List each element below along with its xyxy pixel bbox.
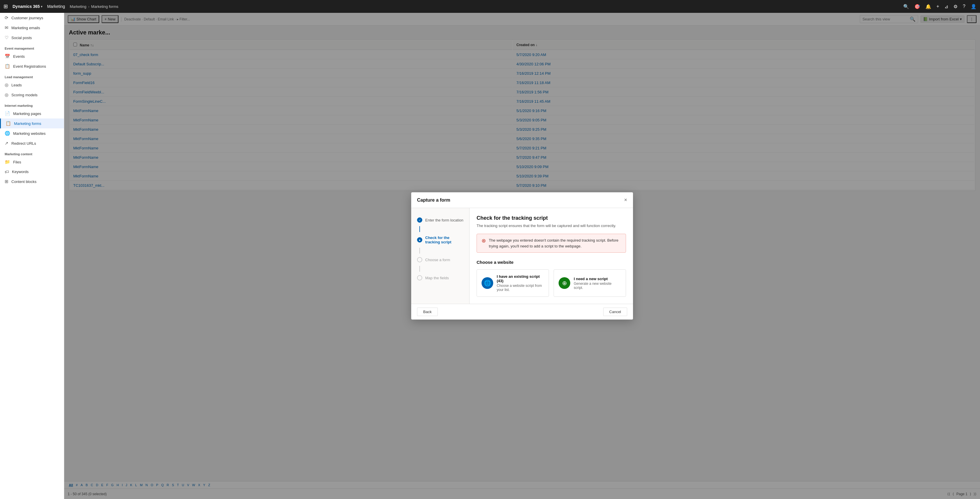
step-enter-location: ✓ Enter the form location: [411, 214, 469, 226]
filter-icon[interactable]: ⊿: [944, 4, 948, 10]
back-button[interactable]: Back: [417, 308, 438, 316]
step-connector-3: [419, 266, 420, 272]
nav-icons: 🔍 🎯 🔔 + ⊿ ⚙ ? 👤: [903, 4, 977, 10]
search-icon[interactable]: 🔍: [903, 4, 909, 10]
option-new-desc: Generate a new website script.: [574, 281, 621, 290]
user-icon[interactable]: 👤: [970, 4, 977, 10]
step-circle-1: ✓: [417, 218, 422, 222]
sidebar-item-marketing-emails[interactable]: ✉ Marketing emails: [0, 23, 64, 33]
modal-content-area: Check for the tracking script The tracki…: [469, 208, 633, 304]
sidebar-item-content-blocks[interactable]: ⊞ Content blocks: [0, 176, 64, 186]
section-header-event: Event management: [0, 43, 64, 51]
step-circle-2: ●: [417, 237, 422, 243]
app-brand[interactable]: Dynamics 365 ▾: [13, 4, 42, 9]
error-box: ⊗ The webpage you entered doesn't contai…: [477, 234, 626, 253]
forms-icon: 📋: [6, 121, 11, 126]
step-check-tracking: ● Check for the tracking script: [411, 232, 469, 248]
option-new-script[interactable]: ⊕ I need a new script Generate a new web…: [554, 269, 626, 297]
modal-close-button[interactable]: ×: [624, 197, 627, 203]
modal-body: ✓ Enter the form location ● Check for th…: [411, 208, 633, 304]
events-icon: 📅: [5, 54, 10, 59]
modal-footer: Back Cancel: [411, 304, 633, 319]
sidebar-item-scoring-models[interactable]: ◎ Scoring models: [0, 90, 64, 100]
step-circle-4: [417, 275, 422, 280]
redirect-icon: ↗: [5, 141, 8, 146]
sidebar: ⟳ Customer journeys ✉ Marketing emails ♡…: [0, 13, 64, 499]
sidebar-item-files[interactable]: 📁 Files: [0, 157, 64, 167]
breadcrumb: Marketing › Marketing forms: [70, 5, 118, 9]
add-icon[interactable]: +: [937, 4, 939, 9]
section-header-internet: Internet marketing: [0, 100, 64, 108]
existing-script-icon: 🌐: [482, 277, 493, 289]
modal-content-heading: Check for the tracking script: [477, 215, 626, 221]
error-icon: ⊗: [482, 238, 486, 244]
sidebar-item-marketing-forms[interactable]: 📋 Marketing forms: [0, 119, 64, 129]
sidebar-item-keywords[interactable]: 🏷 Keywords: [0, 167, 64, 176]
modal-content-subtitle: The tracking script ensures that the for…: [477, 224, 626, 228]
sidebar-item-event-registrations[interactable]: 📋 Event Registrations: [0, 61, 64, 71]
capture-form-modal: Capture a form × ✓ Enter the form locati…: [411, 192, 633, 319]
main-content: 📊 Show Chart + New | Deactivate · Defaul…: [64, 13, 980, 499]
step-map-fields: Map the fields: [411, 272, 469, 284]
choose-website-label: Choose a website: [477, 260, 626, 265]
section-header-content: Marketing content: [0, 148, 64, 157]
grid-icon[interactable]: ⊞: [3, 3, 8, 10]
leads-icon: ◎: [5, 82, 8, 87]
step-label-4: Map the fields: [425, 276, 449, 280]
section-header-lead: Lead management: [0, 71, 64, 80]
step-connector-1: [419, 226, 420, 232]
social-icon: ♡: [5, 35, 8, 40]
step-label-2: Check for the tracking script: [425, 235, 463, 244]
modal-steps-panel: ✓ Enter the form location ● Check for th…: [411, 208, 469, 304]
modal-title: Capture a form: [417, 197, 450, 203]
step-connector-2: [419, 248, 420, 254]
registrations-icon: 📋: [5, 64, 10, 69]
app-module: Marketing: [47, 4, 65, 9]
step-choose-form: Choose a form: [411, 254, 469, 266]
target-icon[interactable]: 🎯: [914, 4, 920, 10]
option-new-title: I need a new script: [574, 277, 621, 281]
new-script-icon: ⊕: [558, 277, 570, 289]
sidebar-item-marketing-websites[interactable]: 🌐 Marketing websites: [0, 129, 64, 138]
step-label-3: Choose a form: [425, 257, 450, 262]
app-body: ⟳ Customer journeys ✉ Marketing emails ♡…: [0, 13, 980, 499]
step-circle-3: [417, 257, 422, 262]
option-existing-script[interactable]: 🌐 I have an existing script (43) Choose …: [477, 269, 549, 297]
option-existing-text: I have an existing script (43) Choose a …: [497, 274, 544, 292]
journey-icon: ⟳: [5, 15, 8, 21]
scoring-icon: ◎: [5, 92, 8, 97]
option-existing-desc: Choose a website script from your list.: [497, 284, 544, 292]
blocks-icon: ⊞: [5, 179, 8, 184]
sidebar-item-customer-journeys[interactable]: ⟳ Customer journeys: [0, 13, 64, 23]
sidebar-item-leads[interactable]: ◎ Leads: [0, 80, 64, 90]
sidebar-item-events[interactable]: 📅 Events: [0, 51, 64, 61]
websites-icon: 🌐: [5, 131, 10, 136]
sidebar-item-marketing-pages[interactable]: 📄 Marketing pages: [0, 108, 64, 119]
modal-header: Capture a form ×: [411, 192, 633, 208]
sidebar-item-redirect-urls[interactable]: ↗ Redirect URLs: [0, 138, 64, 148]
help-icon[interactable]: ?: [963, 4, 966, 9]
website-options: 🌐 I have an existing script (43) Choose …: [477, 269, 626, 297]
top-nav: ⊞ Dynamics 365 ▾ Marketing Marketing › M…: [0, 0, 980, 13]
brand-chevron-icon: ▾: [41, 5, 42, 8]
settings-icon[interactable]: ⚙: [953, 4, 958, 10]
modal-overlay: Capture a form × ✓ Enter the form locati…: [64, 13, 980, 499]
error-text: The webpage you entered doesn't contain …: [489, 238, 621, 249]
email-icon: ✉: [5, 25, 8, 30]
sidebar-item-social-posts[interactable]: ♡ Social posts: [0, 33, 64, 43]
pages-icon: 📄: [5, 111, 10, 116]
step-label-1: Enter the form location: [425, 218, 463, 222]
notification-icon[interactable]: 🔔: [926, 4, 931, 10]
cancel-button[interactable]: Cancel: [603, 308, 627, 316]
files-icon: 📁: [5, 159, 10, 165]
keywords-icon: 🏷: [5, 169, 9, 174]
option-existing-title: I have an existing script (43): [497, 274, 544, 283]
option-new-text: I need a new script Generate a new websi…: [574, 277, 621, 290]
